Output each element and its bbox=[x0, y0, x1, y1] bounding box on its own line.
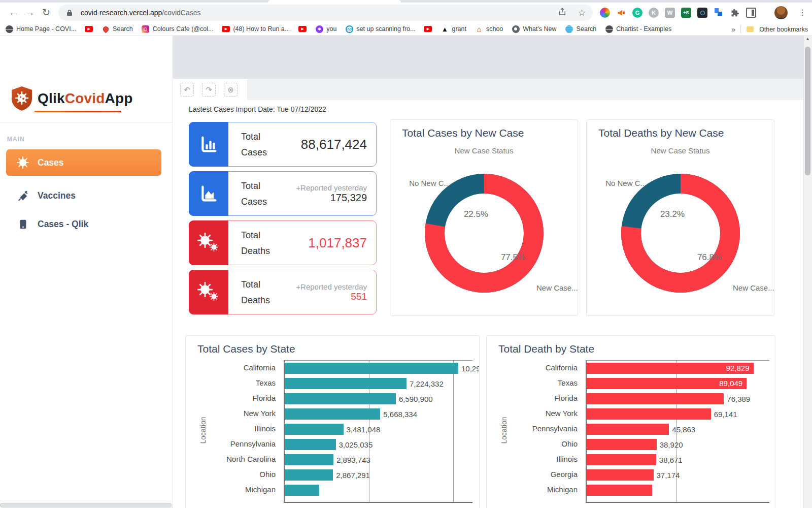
bookmark-item[interactable]: ▲grant bbox=[441, 25, 466, 33]
clear-selections-button[interactable]: ⊗ bbox=[224, 83, 238, 97]
bookmark-item[interactable]: hpset up scanning fro... bbox=[345, 25, 415, 33]
other-bookmarks-label[interactable]: Other bookmarks bbox=[759, 26, 808, 33]
bar[interactable] bbox=[285, 363, 458, 374]
extension-grammarly-icon[interactable]: G bbox=[632, 8, 642, 18]
kpi-card-4[interactable]: TotalDeaths+Reported yesterday551 bbox=[189, 270, 377, 314]
chart-subtitle: New Case Status bbox=[390, 146, 578, 155]
kpi-title-line1: Total bbox=[241, 178, 267, 194]
category-label: Florida bbox=[487, 391, 578, 406]
bookmark-item[interactable]: Home Page - COVI... bbox=[5, 25, 76, 33]
donut-pie[interactable] bbox=[621, 174, 740, 293]
extension-megaphone-icon[interactable] bbox=[616, 8, 626, 18]
shield-virus-icon bbox=[10, 85, 33, 112]
kpi-value-block: +Reported yesterday175,329 bbox=[296, 172, 367, 215]
youtube-icon: ▶ bbox=[424, 25, 432, 33]
kpi-card-2[interactable]: TotalCases+Reported yesterday175,329 bbox=[189, 171, 377, 216]
sidebar-item-label: Cases - Qlik bbox=[38, 219, 88, 230]
bar-value-label: 5,668,334 bbox=[383, 410, 417, 419]
bar[interactable] bbox=[587, 408, 711, 420]
chart-title: Total Cases by State bbox=[197, 343, 295, 355]
bookmark-item[interactable]: Colours Cafe (@col... bbox=[142, 25, 214, 33]
sidebar-item-vaccines[interactable]: Vaccines bbox=[6, 184, 161, 207]
bar[interactable]: 92,829 bbox=[587, 363, 754, 374]
sidebar-item-cases[interactable]: Cases bbox=[6, 149, 161, 176]
bar-row bbox=[587, 483, 769, 498]
profile-avatar[interactable] bbox=[774, 6, 788, 19]
kpi-value: 1,017,837 bbox=[308, 235, 367, 251]
bar[interactable] bbox=[587, 469, 654, 481]
scrollbar-up-arrow[interactable]: ▲ bbox=[803, 37, 812, 41]
extension-puzzle-icon[interactable] bbox=[730, 8, 740, 18]
undo-selection-button[interactable]: ↶ bbox=[180, 83, 194, 97]
bookmark-label: Search bbox=[577, 25, 597, 33]
bookmark-item[interactable]: ⌂schoo bbox=[475, 25, 503, 33]
bar[interactable] bbox=[285, 485, 319, 496]
bookmark-label: Colours Cafe (@col... bbox=[153, 25, 214, 33]
bar[interactable] bbox=[285, 408, 380, 420]
address-bar[interactable]: covid-research.vercel.app/covidCases ☆ bbox=[58, 5, 593, 21]
bookmark-item[interactable]: Search bbox=[101, 25, 133, 33]
donut-percentage-label: 23.2% bbox=[652, 209, 693, 219]
bookmark-item[interactable]: Chartist - Examples bbox=[605, 25, 671, 33]
forward-icon[interactable]: → bbox=[23, 6, 37, 19]
bar-value-label: 10,298,129 bbox=[461, 364, 480, 373]
extension-react-icon[interactable] bbox=[697, 8, 707, 18]
bar[interactable] bbox=[587, 439, 657, 450]
bar[interactable] bbox=[285, 424, 344, 435]
bar[interactable] bbox=[285, 454, 333, 465]
app-header-band bbox=[173, 36, 803, 79]
bar-row: 2,893,743 bbox=[285, 452, 472, 467]
virus-pair-icon bbox=[189, 220, 228, 265]
kpi-card-3[interactable]: TotalDeaths1,017,837 bbox=[189, 220, 377, 265]
bar-value-label: 38,920 bbox=[660, 440, 683, 449]
bookmark-item[interactable]: ▶ bbox=[298, 25, 307, 33]
bar[interactable] bbox=[285, 393, 396, 404]
bookmark-star-icon[interactable]: ☆ bbox=[578, 8, 586, 18]
bar-row: 6,590,900 bbox=[285, 391, 472, 406]
horizontal-scrollbar-thumb[interactable] bbox=[0, 503, 172, 507]
selections-toolbar bbox=[173, 79, 803, 100]
donut-chart-card: Total Cases by New CaseNew Case StatusNo… bbox=[390, 119, 578, 316]
vertical-scrollbar-thumb[interactable] bbox=[805, 47, 810, 175]
bar[interactable]: 89,049 bbox=[587, 378, 747, 389]
sidebar-item-label: Cases bbox=[38, 157, 64, 168]
kpi-value: 88,617,424 bbox=[301, 137, 367, 152]
extension-color-wheel-icon[interactable] bbox=[600, 8, 610, 18]
bookmark-item[interactable]: ▶ bbox=[424, 25, 432, 33]
bookmarks-overflow-chevron[interactable]: » bbox=[731, 25, 735, 34]
device-icon bbox=[16, 217, 29, 231]
bar[interactable] bbox=[587, 485, 652, 496]
youtube-icon: ▶ bbox=[85, 25, 93, 33]
bar[interactable] bbox=[587, 424, 669, 435]
sidebar-item-cases-qlik[interactable]: Cases - Qlik bbox=[6, 212, 161, 236]
bookmark-label: you bbox=[326, 25, 336, 33]
bookmark-item[interactable]: ▶(48) How to Run a... bbox=[222, 25, 290, 33]
donut-pie[interactable] bbox=[425, 174, 544, 293]
bookmark-item[interactable]: ▶ bbox=[85, 25, 93, 33]
extension-kami-icon[interactable]: K bbox=[649, 8, 659, 18]
extension-blue-blocks-icon[interactable] bbox=[714, 8, 724, 18]
redo-selection-button[interactable]: ↷ bbox=[202, 83, 216, 97]
bar[interactable] bbox=[587, 393, 724, 404]
bar[interactable] bbox=[285, 439, 336, 450]
extension-sider-icon[interactable]: +S bbox=[681, 8, 691, 18]
bar[interactable] bbox=[285, 469, 333, 481]
extension-wordtune-icon[interactable]: W bbox=[665, 8, 675, 18]
browser-menu-icon[interactable]: ⋮ bbox=[798, 6, 807, 19]
vercel-triangle-icon: ▲ bbox=[441, 25, 449, 33]
bookmark-item[interactable]: Search bbox=[565, 25, 597, 33]
refresh-icon[interactable]: ↻ bbox=[40, 6, 53, 19]
bookmark-item[interactable]: What's New bbox=[512, 25, 556, 33]
share-icon[interactable] bbox=[558, 7, 567, 18]
bar[interactable] bbox=[285, 378, 407, 389]
kpi-title-line2: Deaths bbox=[241, 243, 270, 259]
extension-side-panel-icon[interactable] bbox=[746, 8, 756, 18]
bar-value-label: 45,863 bbox=[672, 425, 695, 434]
folder-icon bbox=[746, 25, 754, 34]
bar-row: 3,025,035 bbox=[285, 437, 472, 452]
bar[interactable] bbox=[587, 454, 656, 465]
back-icon[interactable]: ← bbox=[7, 6, 20, 19]
kpi-card-1[interactable]: TotalCases88,617,424 bbox=[189, 122, 377, 167]
bar-row: 3,481,048 bbox=[285, 422, 472, 437]
bookmark-item[interactable]: ✱you bbox=[315, 25, 336, 33]
